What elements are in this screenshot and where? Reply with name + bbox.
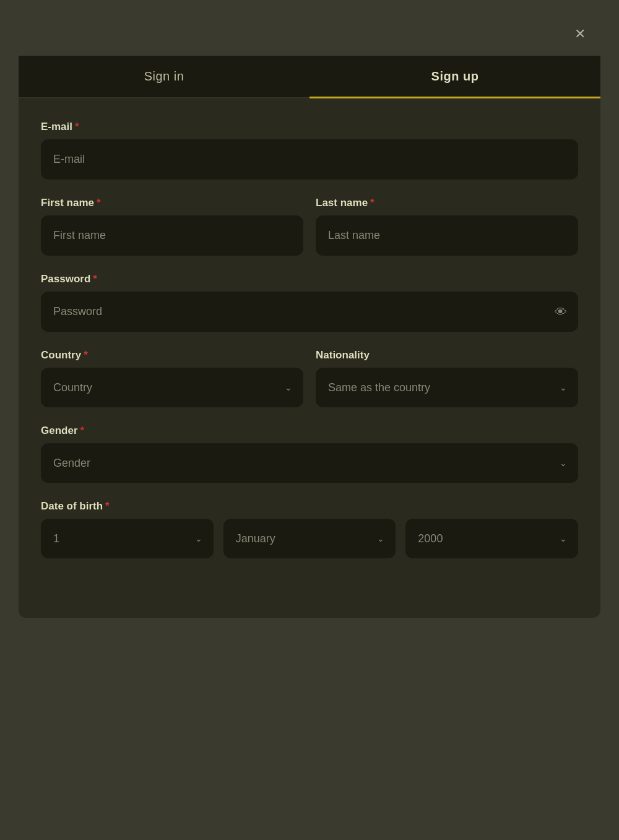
- first-name-required-star: *: [97, 197, 101, 209]
- country-select-wrapper: Country ⌄: [41, 368, 303, 407]
- dob-month-group: January February March ⌄: [223, 519, 396, 558]
- password-group: Password* 👁: [41, 273, 578, 332]
- password-label: Password*: [41, 273, 578, 285]
- dob-day-select[interactable]: 1 2 3: [41, 519, 214, 558]
- eye-icon[interactable]: 👁: [555, 305, 567, 319]
- dob-year-group: 2000 1999 2001 ⌄: [405, 519, 578, 558]
- email-label: E-mail*: [41, 121, 578, 133]
- dob-group: Date of birth* 1 2 3 ⌄: [41, 500, 578, 576]
- signup-form: E-mail* First name* Last name* Passwo: [19, 98, 600, 618]
- password-input[interactable]: [41, 292, 578, 332]
- email-required-star: *: [75, 121, 79, 132]
- country-label: Country*: [41, 349, 303, 362]
- modal: ✕ Sign in Sign up E-mail* First name*: [19, 12, 600, 618]
- first-name-input[interactable]: [41, 215, 303, 256]
- dob-month-wrapper: January February March ⌄: [223, 519, 396, 558]
- dob-day-group: 1 2 3 ⌄: [41, 519, 214, 558]
- dob-day-wrapper: 1 2 3 ⌄: [41, 519, 214, 558]
- nationality-select-wrapper: Same as the country ⌄: [316, 368, 578, 407]
- dob-label: Date of birth*: [41, 500, 578, 513]
- first-name-label: First name*: [41, 197, 303, 209]
- dob-year-wrapper: 2000 1999 2001 ⌄: [405, 519, 578, 558]
- nationality-select[interactable]: Same as the country: [316, 368, 578, 407]
- country-group: Country* Country ⌄: [41, 349, 303, 407]
- name-row: First name* Last name*: [41, 197, 578, 273]
- nationality-group: Nationality Same as the country ⌄: [316, 349, 578, 407]
- gender-required-star: *: [80, 425, 85, 436]
- password-required-star: *: [93, 273, 97, 285]
- country-select[interactable]: Country: [41, 368, 303, 407]
- dob-row: 1 2 3 ⌄ January February March: [41, 519, 578, 576]
- top-bar: ✕: [19, 12, 600, 56]
- country-required-star: *: [84, 349, 88, 361]
- gender-select-wrapper: Gender Male Female Other ⌄: [41, 443, 578, 483]
- tab-bar: Sign in Sign up: [19, 56, 600, 98]
- dob-year-select[interactable]: 2000 1999 2001: [405, 519, 578, 558]
- gender-label: Gender*: [41, 425, 578, 437]
- email-input[interactable]: [41, 139, 578, 180]
- gender-group: Gender* Gender Male Female Other ⌄: [41, 425, 578, 483]
- dob-required-star: *: [105, 500, 110, 512]
- tab-sign-in[interactable]: Sign in: [19, 56, 310, 97]
- last-name-input[interactable]: [316, 215, 578, 256]
- password-wrapper: 👁: [41, 292, 578, 332]
- gender-select[interactable]: Gender Male Female Other: [41, 443, 578, 483]
- last-name-required-star: *: [370, 197, 374, 209]
- tab-sign-up[interactable]: Sign up: [310, 56, 600, 97]
- first-name-group: First name*: [41, 197, 303, 256]
- last-name-group: Last name*: [316, 197, 578, 256]
- close-button[interactable]: ✕: [574, 27, 586, 41]
- country-nationality-row: Country* Country ⌄ Nationality Same as t…: [41, 349, 578, 425]
- dob-month-select[interactable]: January February March: [223, 519, 396, 558]
- last-name-label: Last name*: [316, 197, 578, 209]
- email-group: E-mail*: [41, 121, 578, 180]
- nationality-label: Nationality: [316, 349, 578, 362]
